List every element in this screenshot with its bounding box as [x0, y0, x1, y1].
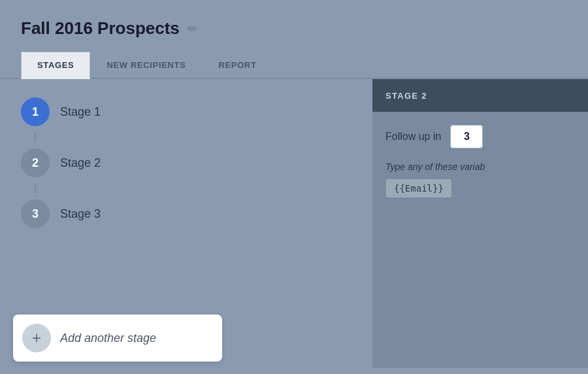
right-panel: STAGE 2 Follow up in Type any of these v… [372, 79, 588, 368]
right-panel-body: Follow up in Type any of these variab {{… [372, 112, 588, 211]
left-panel: 1 Stage 1 2 Stage 2 3 Stage 3 + [0, 79, 372, 368]
email-variable-tag[interactable]: {{Email}} [385, 178, 452, 198]
add-stage-label: Add another stage [60, 332, 156, 345]
header: Fall 2016 Prospects ✏ [0, 0, 588, 52]
stage-item-3[interactable]: 3 Stage 3 [21, 199, 351, 228]
tab-report[interactable]: REPORT [202, 52, 272, 78]
stage-item-1[interactable]: 1 Stage 1 [21, 97, 351, 126]
variables-label: Type any of these variab [385, 162, 575, 172]
stage-connector-1 [35, 133, 36, 142]
right-panel-header: STAGE 2 [372, 79, 588, 112]
page-title: Fall 2016 Prospects [21, 18, 180, 39]
stage-number-1: 1 [21, 97, 50, 126]
tab-new-recipients[interactable]: NEW RECIPIENTS [90, 52, 202, 78]
follow-up-label: Follow up in [385, 131, 441, 143]
stage-number-2: 2 [21, 148, 50, 177]
tabs-bar: STAGES NEW RECIPIENTS REPORT [0, 52, 588, 79]
stage-label-3: Stage 3 [60, 207, 101, 221]
add-stage-button[interactable]: + Add another stage [13, 314, 222, 362]
follow-up-input[interactable] [450, 125, 483, 148]
stage-item-2[interactable]: 2 Stage 2 [21, 148, 351, 177]
stage-label-1: Stage 1 [60, 105, 101, 119]
edit-icon[interactable]: ✏ [188, 22, 197, 36]
stage-2-title: STAGE 2 [385, 91, 427, 101]
stage-number-3: 3 [21, 199, 50, 228]
content-area: 1 Stage 1 2 Stage 2 3 Stage 3 + [0, 79, 588, 368]
stage-label-2: Stage 2 [60, 156, 101, 170]
stage-list: 1 Stage 1 2 Stage 2 3 Stage 3 [21, 92, 351, 228]
stage-connector-2 [35, 184, 36, 193]
tab-stages[interactable]: STAGES [21, 52, 90, 79]
follow-up-row: Follow up in [385, 125, 575, 148]
main-container: Fall 2016 Prospects ✏ STAGES NEW RECIPIE… [0, 0, 588, 374]
add-stage-icon: + [22, 324, 51, 352]
